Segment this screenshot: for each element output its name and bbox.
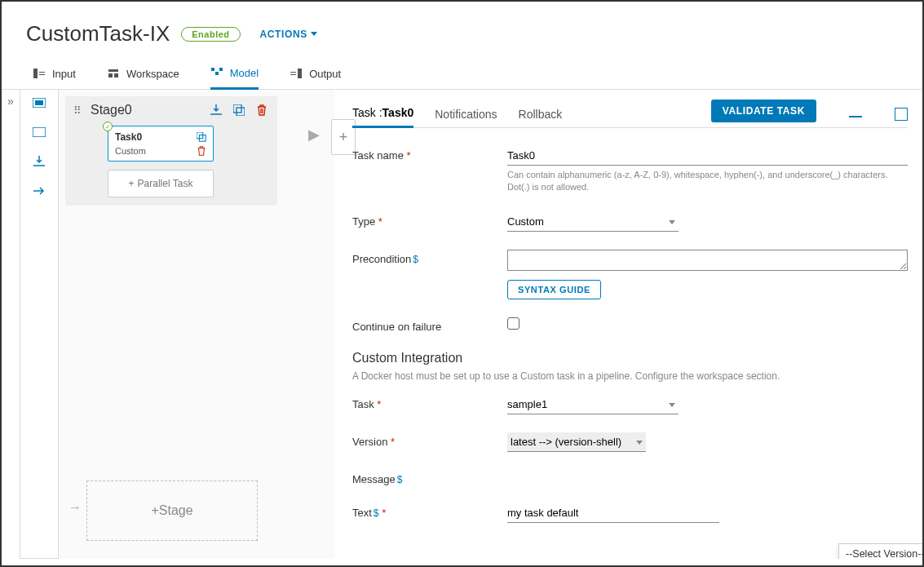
task-name: Task0 [115,131,142,143]
add-stage-label: +Stage [151,503,192,518]
required-icon: * [377,398,381,410]
collapse-canvas-button[interactable]: » [2,90,20,559]
maximize-icon[interactable] [895,108,908,121]
required-icon: * [378,215,382,228]
drag-handle-icon[interactable]: ⠿ [73,104,82,117]
plus-icon: + [129,178,135,189]
fit-icon[interactable] [33,96,46,109]
custom-integration-sub: A Docker host must be set up to use a Cu… [352,370,908,382]
precondition-input[interactable] [507,250,908,271]
minimize-icon[interactable] [849,116,862,117]
version-label: Version [352,436,387,448]
import-icon[interactable] [33,155,46,168]
task-select-label: Task [352,398,374,410]
required-icon: * [382,507,386,519]
task-name-hint: Can contain alphanumeric (a-z, A-Z, 0-9)… [507,169,908,194]
panel-tab-rollback[interactable]: Rollback [519,108,563,127]
stage-import-icon[interactable] [209,103,223,117]
message-label: Message [352,473,396,485]
tab-input[interactable]: Input [33,61,76,89]
status-badge: Enabled [181,27,240,42]
continue-on-failure-checkbox[interactable] [507,317,519,330]
task-panel: Task :Task0 Notifications Rollback VALID… [334,90,922,559]
task-select[interactable] [507,395,679,414]
svg-rect-2 [33,127,46,137]
tab-workspace[interactable]: Workspace [107,61,179,89]
tab-output-label: Output [309,68,341,80]
required-icon: * [391,436,395,448]
precondition-label: Precondition [352,253,411,265]
validate-task-button[interactable]: VALIDATE TASK [711,100,816,122]
model-icon [210,66,223,79]
actions-label: ACTIONS [260,29,307,40]
page-header: CustomTask-IX Enabled ACTIONS [2,2,922,61]
pipeline-canvas[interactable]: ⠿ Stage0 ✓ Task0 Custom [59,90,334,559]
text-label: Text [352,507,372,519]
rectangle-icon[interactable] [33,126,46,139]
canvas-column: ⠿ Stage0 ✓ Task0 Custom [20,90,334,559]
add-stage-arrow-icon: → [69,500,82,515]
actions-menu[interactable]: ACTIONS [260,29,317,40]
chevron-down-icon [311,32,317,36]
task-delete-icon[interactable] [197,146,206,156]
task-copy-icon[interactable] [197,132,206,142]
arrow-right-icon[interactable] [33,184,46,197]
task-form: Task name * Can contain alphanumeric (a-… [352,128,908,523]
panel-tab-task-name: Task0 [382,106,414,119]
add-parallel-task-button[interactable]: + Parallel Task [108,170,214,197]
svg-rect-1 [35,100,43,105]
continue-on-failure-label: Continue on failure [352,321,441,333]
page-title: CustomTask-IX [26,21,170,47]
nav-tabs: Input Workspace Model Output [2,61,922,90]
custom-integration-heading: Custom Integration [352,351,908,365]
version-dropdown: --Select Version-- latest --> (version-s… [838,543,922,559]
task-name-label: Task name [352,149,404,162]
variable-icon[interactable]: $ [397,474,403,485]
task-type: Custom [115,146,146,156]
tab-workspace-label: Workspace [126,68,179,80]
add-stage-button[interactable]: +Stage [86,481,258,541]
stage-copy-icon[interactable] [232,103,246,117]
panel-tab-task[interactable]: Task :Task0 [352,106,413,128]
output-icon [290,67,303,80]
tab-output[interactable]: Output [290,61,341,89]
panel-tab-notifications[interactable]: Notifications [435,108,497,127]
tab-model[interactable]: Model [210,61,259,90]
type-label: Type [352,215,375,228]
canvas-toolbar [20,90,59,559]
type-select[interactable] [507,212,679,232]
stage-header: ⠿ Stage0 [73,103,269,117]
task-name-input[interactable] [507,146,908,166]
variable-icon[interactable]: $ [374,507,379,519]
task-card[interactable]: ✓ Task0 Custom [108,126,214,162]
version-select[interactable] [507,432,646,452]
parallel-task-label: Parallel Task [138,178,193,189]
required-icon: * [407,149,411,162]
sequence-arrow-icon: ▶ [308,126,320,144]
variable-icon[interactable]: $ [413,254,418,265]
svg-rect-4 [237,108,245,116]
panel-tabs: Task :Task0 Notifications Rollback VALID… [352,100,908,128]
input-icon [33,67,46,80]
stage-delete-icon[interactable] [254,103,269,117]
task-status-icon: ✓ [103,122,113,131]
tab-model-label: Model [230,67,259,79]
panel-tab-task-prefix: Task : [352,106,382,119]
version-option-placeholder[interactable]: --Select Version-- [839,544,922,559]
main-area: » ⠿ Stage0 ✓ Task0 [2,90,922,559]
workspace-icon [107,67,120,80]
syntax-guide-button[interactable]: SYNTAX GUIDE [507,280,601,299]
stage-title: Stage0 [91,103,201,117]
text-input[interactable] [507,503,719,523]
svg-rect-3 [233,104,241,113]
stage-box: ⠿ Stage0 ✓ Task0 Custom [65,96,277,206]
tab-input-label: Input [52,68,76,80]
